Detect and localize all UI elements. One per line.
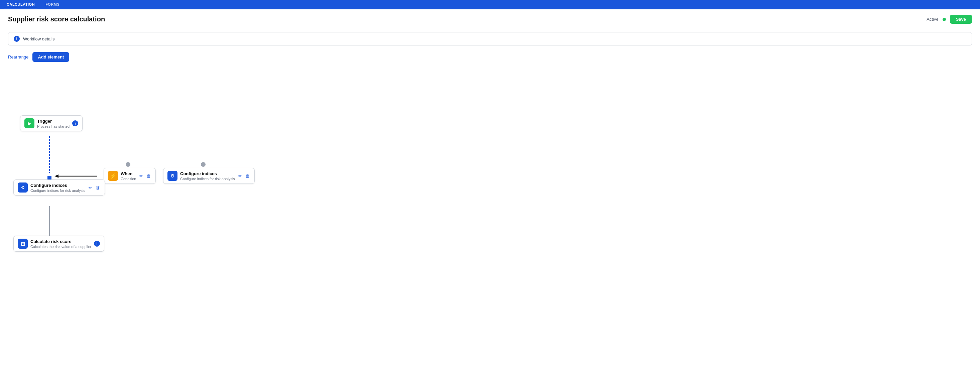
calculate-info-badge: i	[94, 241, 100, 247]
workflow-details-banner[interactable]: i Workflow details	[8, 32, 972, 45]
nav-tab-forms[interactable]: FORMS	[43, 1, 62, 8]
when-ghost-top	[126, 162, 130, 167]
trigger-icon: ▶	[24, 118, 34, 128]
save-button[interactable]: Save	[950, 15, 972, 24]
header-right: Active Save	[926, 15, 972, 24]
when-node-subtitle: Condition	[121, 177, 136, 181]
configure1-edit-button[interactable]: ✏	[88, 184, 93, 191]
page-header: Supplier risk score calculation Active S…	[0, 10, 980, 28]
configure1-delete-button[interactable]: 🗑	[95, 184, 100, 191]
when-node-title: When	[121, 171, 136, 176]
configure2-delete-button[interactable]: 🗑	[245, 173, 250, 179]
when-delete-button[interactable]: 🗑	[146, 173, 151, 179]
configure1-node-title: Configure indices	[30, 183, 85, 188]
workflow-details-label: Workflow details	[23, 37, 54, 41]
when-icon: ⚡	[108, 171, 118, 181]
main-content: Supplier risk score calculation Active S…	[0, 10, 980, 369]
active-dot	[943, 18, 946, 21]
trigger-node-body: Trigger Process has started	[37, 119, 70, 128]
calculate-node-title: Calculate risk score	[30, 239, 91, 244]
when-condition-node[interactable]: ⚡ When Condition ✏ 🗑	[103, 168, 156, 184]
nav-tab-calculation[interactable]: CALCULATION	[4, 1, 37, 8]
trigger-node[interactable]: ▶ Trigger Process has started i	[20, 115, 83, 131]
workflow-info-icon: i	[14, 36, 20, 42]
calculate-icon: ⊞	[18, 239, 28, 249]
trigger-node-title: Trigger	[37, 119, 70, 124]
configure2-node-body: Configure indices Configure indices for …	[180, 171, 235, 181]
configure-indices-1-node[interactable]: ⚙ Configure indices Configure indices fo…	[13, 180, 105, 196]
configure2-edit-button[interactable]: ✏	[238, 173, 243, 179]
when-edit-button[interactable]: ✏	[139, 173, 144, 179]
rearrange-button[interactable]: Rearrange	[8, 54, 29, 59]
trigger-info-badge: i	[72, 120, 78, 126]
configure1-icon: ⚙	[18, 183, 28, 192]
when-node-actions: ✏ 🗑	[139, 173, 151, 179]
when-node-body: When Condition	[121, 171, 136, 181]
calculate-node-body: Calculate risk score Calculates the risk…	[30, 239, 91, 249]
top-nav: CALCULATION FORMS	[0, 0, 980, 10]
trigger-node-subtitle: Process has started	[37, 124, 70, 128]
configure2-ghost-top	[201, 162, 205, 167]
workflow-canvas: ▶ Trigger Process has started i ⚡ When C…	[0, 66, 980, 300]
configure-indices-2-node[interactable]: ⚙ Configure indices Configure indices fo…	[163, 168, 255, 184]
configure1-node-subtitle: Configure indices for risk analysis	[30, 189, 85, 192]
svg-marker-4	[54, 175, 59, 178]
page-title: Supplier risk score calculation	[8, 15, 105, 23]
configure2-node-subtitle: Configure indices for risk analysis	[180, 177, 235, 181]
active-label: Active	[926, 17, 938, 22]
configure2-icon: ⚙	[167, 171, 178, 181]
add-element-button[interactable]: Add element	[32, 52, 69, 62]
calculate-node-subtitle: Calculates the risk value of a supplier	[30, 245, 91, 249]
configure1-node-body: Configure indices Configure indices for …	[30, 183, 85, 192]
configure2-node-actions: ✏ 🗑	[238, 173, 250, 179]
configure1-node-actions: ✏ 🗑	[88, 184, 100, 191]
calculate-risk-node[interactable]: ⊞ Calculate risk score Calculates the ri…	[13, 235, 104, 252]
configure2-node-title: Configure indices	[180, 171, 235, 176]
toolbar: Rearrange Add element	[0, 49, 980, 66]
